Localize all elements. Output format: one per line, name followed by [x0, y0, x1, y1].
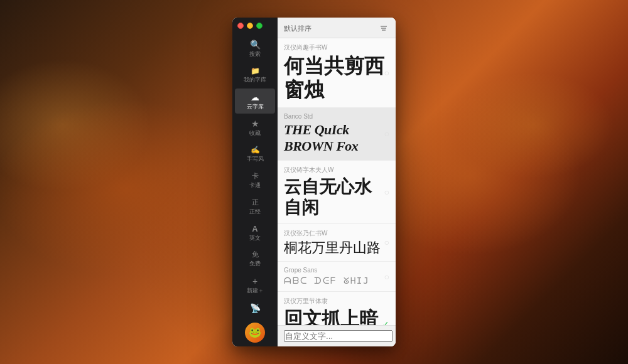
checkmark-icon: ○ [384, 129, 389, 139]
font-preview: ᗩᗷᑕ ᗪᕮᖴ ᘜᕼIJ [284, 276, 388, 286]
avatar[interactable]: 🐸 [245, 323, 265, 343]
sort-label: 默认排序 [284, 24, 374, 33]
checkmark-icon: ✓ [382, 319, 389, 325]
font-preview: 云自无心水自闲 [284, 176, 388, 218]
sidebar-item-my-fonts[interactable]: 📁 我的字库 [235, 63, 275, 87]
sidebar-item-cloud[interactable]: ☁ 云字库 [235, 88, 275, 114]
font-preview: 何当共剪西窗烛 [284, 54, 388, 102]
font-item[interactable]: 汉仪张乃仁书W 桐花万里丹山路 ○ [278, 224, 396, 262]
radio-icon: 📡 [250, 303, 261, 313]
filter-icon[interactable] [378, 23, 389, 34]
cartoon-icon: 卡 [252, 171, 259, 181]
font-name: 汉仪张乃仁书W [284, 229, 388, 238]
font-name: Grope Sans [284, 267, 388, 274]
star-icon: ★ [251, 119, 259, 129]
free-icon: 免 [252, 250, 259, 259]
sidebar-item-cartoon[interactable]: 卡 卡通 [235, 168, 275, 193]
sidebar-item-search[interactable]: 🔍 搜索 [235, 36, 275, 62]
folder-icon: 📁 [251, 67, 260, 75]
font-item[interactable]: 汉仪万里节体隶 回文抓上暗生尘 ✓ [278, 292, 396, 325]
checkmark-icon: ○ [384, 187, 389, 197]
toolbar: 默认排序 [278, 18, 396, 38]
font-name: 汉仪万里节体隶 [284, 297, 388, 306]
checkmark-icon: ○ [384, 68, 389, 78]
app-window: 🔍 搜索 📁 我的字库 ☁ 云字库 ★ 收藏 ✍ 手写风 卡 卡通 正 正经 [232, 18, 396, 346]
sidebar-item-handwriting[interactable]: ✍ 手写风 [235, 142, 275, 166]
font-name: 汉仪尚趣手书W [284, 43, 388, 52]
font-name: Banco Std [284, 113, 388, 120]
sidebar-item-free[interactable]: 免 免费 [235, 246, 275, 271]
radio-button[interactable]: 📡 [246, 299, 264, 318]
custom-text-input[interactable] [284, 330, 392, 342]
font-preview: THE QuIck BROWN Fox [284, 122, 388, 155]
add-icon: + [252, 276, 257, 286]
handwriting-icon: ✍ [251, 146, 260, 154]
sidebar-item-regular[interactable]: 正 正经 [235, 194, 275, 219]
sidebar-item-favorites[interactable]: ★ 收藏 [235, 115, 275, 141]
bottom-bar: A A A ▶ [278, 325, 396, 346]
font-name: 汉仪铸字木夫人W [284, 166, 388, 174]
sidebar: 🔍 搜索 📁 我的字库 ☁ 云字库 ★ 收藏 ✍ 手写风 卡 卡通 正 正经 [232, 18, 278, 346]
sidebar-item-new[interactable]: + 新建＋ [235, 272, 275, 298]
checkmark-icon: ○ [384, 237, 389, 247]
font-item[interactable]: Grope Sans ᗩᗷᑕ ᗪᕮᖴ ᘜᕼIJ ○ [278, 262, 396, 292]
font-preview: 回文抓上暗生尘 [284, 308, 388, 325]
sidebar-bottom: 📡 🐸 [245, 299, 265, 346]
font-list: 汉仪尚趣手书W 何当共剪西窗烛 ○ Banco Std THE QuIck BR… [278, 38, 396, 325]
window-controls [237, 23, 263, 29]
sidebar-item-english[interactable]: A 英文 [235, 220, 275, 245]
regular-icon: 正 [252, 198, 259, 207]
cloud-icon: ☁ [251, 92, 259, 102]
english-icon: A [252, 224, 257, 233]
checkmark-icon: ○ [384, 272, 389, 282]
font-item[interactable]: 汉仪尚趣手书W 何当共剪西窗烛 ○ [278, 38, 396, 108]
font-item[interactable]: Banco Std THE QuIck BROWN Fox ○ [278, 108, 396, 161]
main-content: 默认排序 汉仪尚趣手书W 何当共剪西窗烛 ○ Banco Std THE QuI… [278, 18, 396, 346]
close-button[interactable] [237, 23, 244, 29]
minimize-button[interactable] [247, 23, 253, 29]
maximize-button[interactable] [256, 23, 263, 29]
search-icon: 🔍 [250, 40, 261, 50]
font-preview: 桐花万里丹山路 [284, 240, 388, 256]
avatar-emoji: 🐸 [249, 326, 261, 338]
font-item[interactable]: 汉仪铸字木夫人W 云自无心水自闲 ○ [278, 161, 396, 224]
